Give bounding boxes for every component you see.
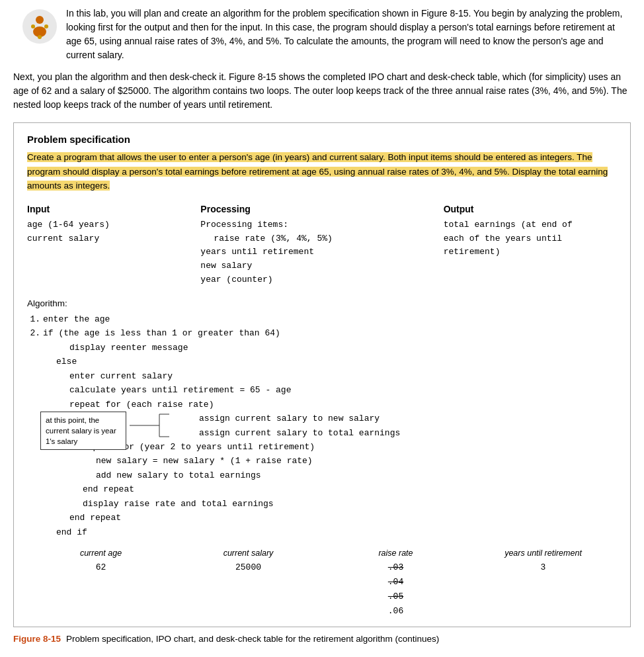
problem-spec-title: Problem specification xyxy=(27,134,617,145)
processing-items: Processing items: raise rate (3%, 4%, 5%… xyxy=(200,218,443,287)
desk-col-salary-val: 25000 xyxy=(175,560,322,575)
svg-point-2 xyxy=(31,24,35,28)
icon-area xyxy=(13,7,66,44)
desk-col-rate: raise rate .03 .04 .05 .06 xyxy=(322,548,469,619)
desk-col-age-header: current age xyxy=(27,548,175,558)
desk-col-rate-val-3: .05 xyxy=(322,590,469,604)
lab-icon xyxy=(22,9,57,44)
processing-item-1: raise rate (3%, 4%, 5%) xyxy=(200,232,443,246)
caption-text: Problem specification, IPO chart, and de… xyxy=(66,634,439,644)
input-item-age: age (1-64 years) xyxy=(27,218,200,232)
output-item-3: retirement) xyxy=(444,245,617,259)
processing-item-3: new salary xyxy=(200,259,443,273)
caption-label: Figure 8-15 xyxy=(13,634,61,644)
output-column: Output total earnings (at end of each of… xyxy=(444,204,617,287)
svg-point-4 xyxy=(38,35,42,39)
callout-box: at this point, the current salary is yea… xyxy=(40,412,126,450)
desk-check-section: current age 62 current salary 25000 rais… xyxy=(27,548,617,619)
algo-line-16: end if xyxy=(27,525,617,539)
processing-column: Processing Processing items: raise rate … xyxy=(200,204,443,287)
processing-item-2: years until retirement xyxy=(200,245,443,259)
callout-bracket xyxy=(130,412,275,439)
desk-col-years-header: years until retirement xyxy=(469,548,617,558)
algorithm-section: Algorithm: 1. enter the age 2. if (the a… xyxy=(27,296,617,539)
input-header: Input xyxy=(27,204,200,214)
algorithm-title: Algorithm: xyxy=(27,296,617,311)
intro-section: In this lab, you will plan and create an… xyxy=(13,7,631,62)
processing-item-4: year (counter) xyxy=(200,273,443,287)
output-item-1: total earnings (at end of xyxy=(444,218,617,232)
output-items: total earnings (at end of each of the ye… xyxy=(444,218,617,259)
figure-caption: Figure 8-15 Problem specification, IPO c… xyxy=(13,634,631,644)
desk-col-rate-header: raise rate xyxy=(322,548,469,558)
desk-col-rate-val-4: .06 xyxy=(322,604,469,619)
desk-col-years: years until retirement 3 xyxy=(469,548,617,619)
processing-header: Processing xyxy=(200,204,443,214)
callout-text: at this point, the current salary is yea… xyxy=(46,416,116,445)
intro-paragraph-2: Next, you plan the algorithm and then de… xyxy=(13,70,631,112)
algo-line-1: 1. enter the age xyxy=(27,312,617,326)
desk-col-age: current age 62 xyxy=(27,548,175,619)
intro-paragraph-1: In this lab, you will plan and create an… xyxy=(66,7,631,62)
desk-col-years-val: 3 xyxy=(469,560,617,575)
processing-label: Processing items: xyxy=(200,218,443,232)
algo-line-11: new salary = new salary * (1 + raise rat… xyxy=(27,454,617,468)
output-header: Output xyxy=(444,204,617,214)
algo-line-7: repeat for (each raise rate) xyxy=(27,398,617,412)
algo-line-12: add new salary to total earnings xyxy=(27,468,617,482)
input-item-salary: current salary xyxy=(27,232,200,246)
svg-point-3 xyxy=(44,24,48,28)
algo-line-14: display raise rate and total earnings xyxy=(27,497,617,511)
input-column: Input age (1-64 years) current salary xyxy=(27,204,200,287)
algo-line-3: display reenter message xyxy=(27,341,617,355)
callout-wrapper: at this point, the current salary is yea… xyxy=(27,412,617,440)
desk-col-salary-header: current salary xyxy=(175,548,322,558)
algo-line-6: calculate years until retirement = 65 - … xyxy=(27,383,617,397)
ipo-section: Input age (1-64 years) current salary Pr… xyxy=(27,204,617,287)
output-item-2: each of the years until xyxy=(444,232,617,246)
input-items: age (1-64 years) current salary xyxy=(27,218,200,246)
desk-col-rate-val-1: .03 xyxy=(322,560,469,575)
algo-line-15: end repeat xyxy=(27,511,617,525)
figure-box: Problem specification Create a program t… xyxy=(13,122,631,627)
algo-line-13: end repeat xyxy=(27,482,617,496)
highlighted-description: Create a program that allows the user to… xyxy=(27,150,617,193)
desk-col-rate-val-2: .04 xyxy=(322,575,469,590)
desk-col-age-val: 62 xyxy=(27,560,175,575)
algo-line-5: enter current salary xyxy=(27,369,617,383)
desk-col-salary: current salary 25000 xyxy=(175,548,322,619)
algo-line-4: else xyxy=(27,355,617,369)
algo-line-2: 2. if (the age is less than 1 or greater… xyxy=(27,326,617,340)
svg-point-0 xyxy=(36,16,44,24)
highlighted-text: Create a program that allows the user to… xyxy=(27,152,608,191)
